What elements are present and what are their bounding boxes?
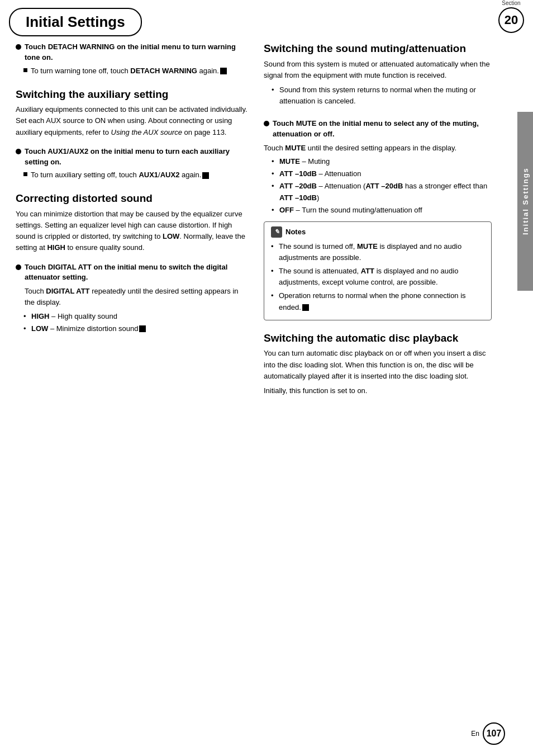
stop-icon <box>302 304 309 311</box>
list-item: OFF – Turn the sound muting/attenuation … <box>272 205 492 216</box>
muting-body: Sound from this system is muted or atten… <box>264 59 492 81</box>
digital-att-sub: Touch DIGITAL ATT repeatedly until the d… <box>25 286 250 308</box>
mute-bullet: Touch MUTE on the initial menu to select… <box>264 119 492 140</box>
digital-att-bullet: Touch DIGITAL ATT on the initial menu to… <box>16 262 250 284</box>
section-badge: Section 20 <box>498 0 524 33</box>
page-footer: En 107 <box>0 722 533 745</box>
note-item: The sound is attenuated, ATT is displaye… <box>271 266 484 288</box>
list-item: LOW – Minimize distortion sound <box>23 323 250 334</box>
aux-title: Switching the auxiliary setting <box>16 88 250 101</box>
footer-lang: En <box>471 730 479 738</box>
muting-items-list: MUTE – Muting ATT –10dB – Attenuation AT… <box>272 156 492 216</box>
circle-dot-icon <box>16 264 21 270</box>
detach-warning-bullet: Touch DETACH WARNING on the initial menu… <box>16 42 250 63</box>
square-icon <box>23 172 27 176</box>
circle-dot-icon <box>16 44 21 50</box>
disc-body1: You can turn automatic disc playback on … <box>264 348 492 381</box>
right-column: Switching the sound muting/attenuation S… <box>264 42 508 408</box>
aux-sub: To turn auxiliary setting off, touch AUX… <box>23 170 250 181</box>
aux-section: Switching the auxiliary setting Auxiliar… <box>16 88 250 181</box>
stop-icon <box>139 325 146 332</box>
stop-icon <box>220 68 227 74</box>
detach-warning-sub: To turn warning tone off, touch DETACH W… <box>23 66 250 77</box>
note-item: The sound is turned off, MUTE is display… <box>271 241 484 263</box>
detach-warning-text: Touch DETACH WARNING on the initial menu… <box>25 42 250 63</box>
main-content: Touch DETACH WARNING on the initial menu… <box>0 36 533 419</box>
aux-sub-text: To turn auxiliary setting off, touch AUX… <box>31 170 209 181</box>
section-label: Section <box>502 0 520 6</box>
distorted-title: Correcting distorted sound <box>16 192 250 205</box>
disc-body2: Initially, this function is set to on. <box>264 385 492 396</box>
distorted-list: HIGH – High quality sound LOW – Minimize… <box>23 311 250 334</box>
list-item: MUTE – Muting <box>272 156 492 167</box>
distorted-section: Correcting distorted sound You can minim… <box>16 192 250 334</box>
list-item: ATT –10dB – Attenuation <box>272 168 492 179</box>
footer-page-number: 107 <box>483 722 505 745</box>
detach-warning-section: Touch DETACH WARNING on the initial menu… <box>16 42 250 77</box>
left-column: Touch DETACH WARNING on the initial menu… <box>16 42 250 408</box>
mute-sub: Touch MUTE until the desired setting app… <box>264 143 492 154</box>
digital-att-text: Touch DIGITAL ATT on the initial menu to… <box>25 262 250 284</box>
detach-warning-sub-text: To turn warning tone off, touch DETACH W… <box>31 66 227 77</box>
notes-title: ✎ Notes <box>271 226 484 238</box>
distorted-body: You can minimize distortion that may be … <box>16 209 250 254</box>
circle-dot-icon <box>16 149 21 154</box>
mute-bullet-text: Touch MUTE on the initial menu to select… <box>273 119 492 140</box>
muting-bullet1-list: Sound from this system returns to normal… <box>272 84 492 107</box>
disc-title: Switching the automatic disc playback <box>264 332 492 345</box>
notes-icon: ✎ <box>271 226 282 238</box>
note-item: Operation returns to normal when the pho… <box>271 290 484 313</box>
list-item: HIGH – High quality sound <box>23 311 250 322</box>
circle-dot-icon <box>264 121 269 126</box>
notes-box: ✎ Notes The sound is turned off, MUTE is… <box>264 221 492 320</box>
disc-section: Switching the automatic disc playback Yo… <box>264 332 492 396</box>
page-title: Initial Settings <box>9 8 142 36</box>
aux-body: Auxiliary equipments connected to this u… <box>16 104 250 138</box>
page-header: Initial Settings Section 20 <box>0 0 533 36</box>
sidebar-label: Initial Settings <box>517 112 533 291</box>
stop-icon <box>202 172 209 179</box>
muting-title: Switching the sound muting/attenuation <box>264 42 492 55</box>
list-item: Sound from this system returns to normal… <box>272 84 492 107</box>
square-icon <box>23 68 27 72</box>
aux-bullet-text: Touch AUX1/AUX2 on the initial menu to t… <box>25 147 250 168</box>
notes-list: The sound is turned off, MUTE is display… <box>271 241 484 313</box>
aux-bullet: Touch AUX1/AUX2 on the initial menu to t… <box>16 147 250 168</box>
muting-section: Switching the sound muting/attenuation S… <box>264 42 492 320</box>
section-number: 20 <box>498 7 524 33</box>
list-item: ATT –20dB – Attenuation (ATT –20dB has a… <box>272 181 492 203</box>
